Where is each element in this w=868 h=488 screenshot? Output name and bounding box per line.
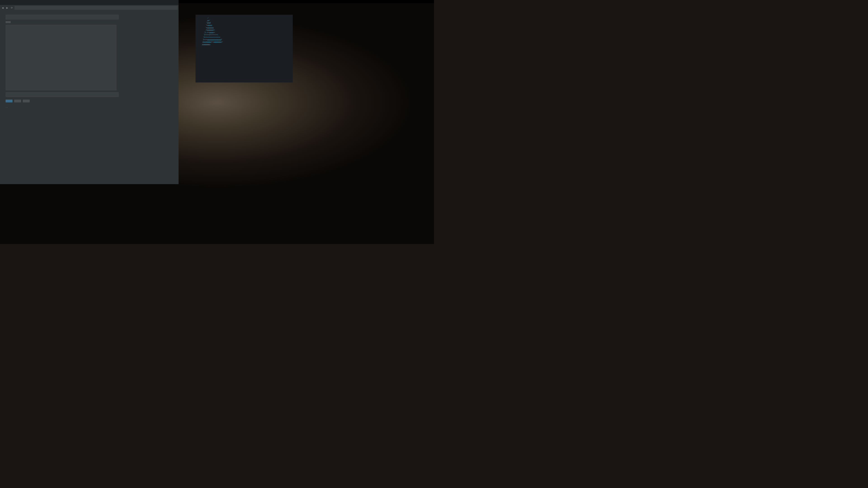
url-bar: ◀ ▶ ⟳: [0, 5, 179, 11]
back-icon[interactable]: ◀: [1, 6, 4, 10]
title-input[interactable]: [6, 15, 119, 20]
message-textarea[interactable]: [6, 25, 116, 90]
reload-icon[interactable]: ⟳: [10, 6, 13, 10]
draft-button[interactable]: [23, 100, 30, 102]
submit-button[interactable]: [6, 100, 12, 102]
browse-button[interactable]: [6, 21, 11, 23]
quadrant-top-left: ◀ ▶ ⟳ - -: [0, 0, 434, 244]
firefox-window: ◀ ▶ ⟳ - -: [0, 0, 179, 184]
forward-icon[interactable]: ▶: [5, 6, 9, 10]
tab-strip: [0, 0, 179, 5]
arch-ascii-logo: -` .o+` `ooo/ `+oooo: `+oooooo: -+oooooo…: [198, 17, 223, 80]
page-content: - -: [0, 11, 179, 184]
tags-input[interactable]: [6, 92, 119, 97]
neofetch-terminal: -` .o+` `ooo/ `+oooo: `+oooooo: -+oooooo…: [195, 15, 293, 83]
preview-button[interactable]: [14, 100, 21, 102]
footer-links: - -: [6, 106, 173, 109]
url-input[interactable]: [14, 6, 178, 10]
